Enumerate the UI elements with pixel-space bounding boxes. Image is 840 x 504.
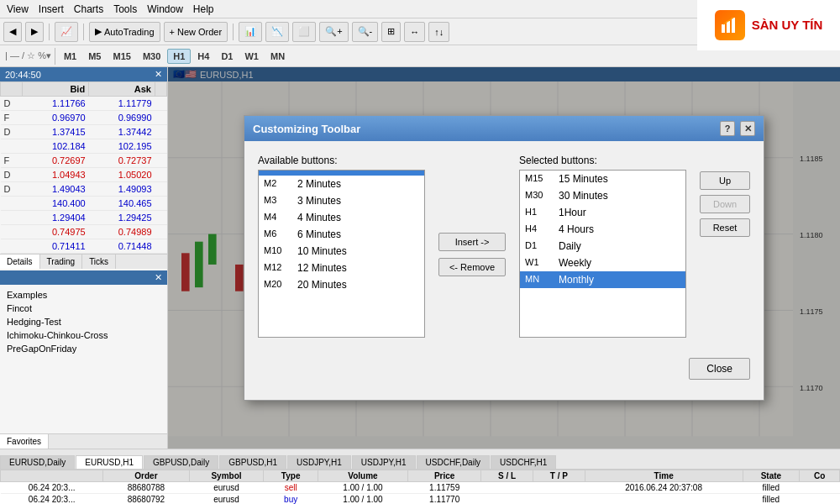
up-button[interactable]: Up	[700, 171, 750, 190]
down-button[interactable]: Down	[700, 195, 750, 213]
toolbar-indicators[interactable]: 📉	[265, 22, 289, 42]
market-ask: 1.49093	[89, 182, 155, 197]
bottom-tab[interactable]: EURUSD,H1	[76, 455, 143, 469]
col-tp: T / P	[533, 470, 585, 482]
selected-list-item[interactable]: M3030 Minutes	[520, 187, 685, 204]
col-scroll	[155, 82, 167, 97]
available-list-item[interactable]: M22 Minutes	[259, 176, 424, 192]
order-time: 2016.06.24 20:37:08	[585, 482, 743, 494]
available-list-item[interactable]: M33 Minutes	[259, 192, 424, 209]
market-row[interactable]: D 1.04943 1.05020	[1, 168, 167, 182]
market-row[interactable]: 0.71411 0.71448	[1, 239, 167, 254]
bottom-tab[interactable]: USDJPY,H1	[352, 455, 416, 469]
remove-button[interactable]: <- Remove	[438, 258, 506, 276]
toolbar-chart-type[interactable]: ⬜	[292, 22, 316, 42]
tf-m15[interactable]: M15	[108, 50, 135, 63]
autotrading-button[interactable]: ▶ AutoTrading	[89, 22, 160, 42]
menu-help[interactable]: Help	[193, 3, 214, 15]
toolbar-new-chart[interactable]: 📈	[55, 22, 78, 42]
item-name: 3 Minutes	[297, 195, 341, 207]
available-list-item[interactable]: M1010 Minutes	[259, 243, 424, 260]
nav-item[interactable]: PreGapOnFriday	[3, 342, 164, 355]
dialog-close-button[interactable]: ✕	[740, 121, 755, 136]
tf-m30[interactable]: M30	[138, 50, 165, 63]
toolbar-periods[interactable]: 📊	[239, 22, 262, 42]
close-dialog-button[interactable]: Close	[689, 358, 750, 380]
toolbar-fwd[interactable]: ▶	[25, 22, 44, 42]
menu-charts[interactable]: Charts	[74, 3, 103, 15]
tf-w1[interactable]: W1	[239, 50, 264, 63]
market-row[interactable]: 0.74975 0.74989	[1, 225, 167, 239]
tab-favorites[interactable]: Favorites	[0, 434, 49, 449]
order-row[interactable]: 06.24 20:3... 88680788 eurusd sell 1.00 …	[1, 482, 840, 494]
insert-button[interactable]: Insert ->	[438, 233, 506, 251]
nav-item[interactable]: Ichimoku-Chinkou-Cross	[3, 328, 164, 342]
available-list-item[interactable]: M1212 Minutes	[259, 260, 424, 276]
bottom-tab[interactable]: GBPUSD,H1	[219, 455, 286, 469]
nav-panel-close[interactable]: ✕	[155, 272, 162, 283]
toolbar-zoom-out[interactable]: 🔍-	[352, 22, 379, 42]
toolbar-zoom-in[interactable]: 🔍+	[319, 22, 348, 42]
market-bid: 140.400	[23, 197, 89, 211]
selected-list-item[interactable]: D1Daily	[520, 238, 685, 255]
order-row[interactable]: 06.24 20:3... 88680792 eurusd buy 1.00 /…	[1, 494, 840, 505]
tab-trading[interactable]: Trading	[40, 255, 83, 269]
chart-area: 🇪🇺🇺🇸 EURUSD,H1	[168, 67, 840, 449]
tf-mn[interactable]: MN	[265, 50, 290, 63]
dialog-help-button[interactable]: ?	[720, 121, 735, 136]
order-sl	[481, 482, 533, 494]
bottom-tab[interactable]: EURUSD,Daily	[0, 455, 75, 469]
available-list[interactable]: M22 MinutesM33 MinutesM44 MinutesM66 Min…	[258, 170, 425, 338]
brand-logo	[715, 10, 745, 40]
order-symbol: eurusd	[189, 494, 264, 505]
left-panel: 20:44:50 ✕ Bid Ask D 1.11766 1.11779 F 0…	[0, 67, 168, 449]
available-list-item[interactable]: M44 Minutes	[259, 209, 424, 226]
menu-tools[interactable]: Tools	[113, 3, 137, 15]
market-row[interactable]: 102.184 102.195	[1, 139, 167, 154]
menu-view[interactable]: View	[7, 3, 29, 15]
market-row[interactable]: F 0.96970 0.96990	[1, 111, 167, 125]
selected-list-item[interactable]: H11Hour	[520, 204, 685, 221]
market-row[interactable]: D 1.37415 1.37442	[1, 125, 167, 139]
svg-rect-0	[722, 24, 725, 33]
market-row[interactable]: 140.400 140.465	[1, 197, 167, 211]
selected-list-item[interactable]: H44 Hours	[520, 221, 685, 238]
selected-list-item[interactable]: W1Weekly	[520, 255, 685, 271]
selected-list-item[interactable]: M1515 Minutes	[520, 171, 685, 187]
market-watch-close[interactable]: ✕	[155, 69, 162, 80]
menu-insert[interactable]: Insert	[39, 3, 64, 15]
order-icon: +	[170, 27, 175, 37]
selected-list-item[interactable]: MNMonthly	[520, 271, 685, 288]
tf-h4[interactable]: H4	[192, 50, 214, 63]
selected-list[interactable]: M1515 MinutesM3030 MinutesH11HourH44 Hou…	[519, 170, 686, 338]
bottom-tab[interactable]: USDCHF,Daily	[417, 455, 491, 469]
customizing-toolbar-dialog: Customizing Toolbar ? ✕ Available button…	[244, 115, 764, 401]
market-row[interactable]: 1.29404 1.29425	[1, 211, 167, 225]
market-row[interactable]: F 0.72697 0.72737	[1, 154, 167, 168]
nav-item[interactable]: Fincot	[3, 302, 164, 315]
tf-d1[interactable]: D1	[216, 50, 238, 63]
nav-item[interactable]: Hedging-Test	[3, 315, 164, 328]
market-row[interactable]: D 1.11766 1.11779	[1, 97, 167, 111]
new-order-button[interactable]: + New Order	[164, 22, 228, 42]
menu-window[interactable]: Window	[147, 3, 183, 15]
toolbar-arrow[interactable]: ↑↓	[428, 22, 449, 42]
nav-item[interactable]: Examples	[3, 288, 164, 302]
order-type: sell	[264, 482, 318, 494]
bottom-tab[interactable]: USDCHF,H1	[491, 455, 556, 469]
available-list-item[interactable]: M2020 Minutes	[259, 276, 424, 293]
market-symbol: D	[1, 182, 23, 197]
bottom-tab[interactable]: USDJPY,H1	[287, 455, 351, 469]
toolbar-grid[interactable]: ⊞	[381, 22, 401, 42]
tf-m1[interactable]: M1	[59, 50, 81, 63]
reset-button[interactable]: Reset	[700, 218, 750, 237]
market-row[interactable]: D 1.49043 1.49093	[1, 182, 167, 197]
bottom-tab[interactable]: GBPUSD,Daily	[144, 455, 218, 469]
toolbar-scroll[interactable]: ↔	[404, 22, 425, 42]
available-list-item[interactable]: M66 Minutes	[259, 226, 424, 243]
tf-h1[interactable]: H1	[167, 49, 191, 64]
toolbar-back[interactable]: ◀	[3, 22, 22, 42]
tab-details[interactable]: Details	[0, 255, 40, 269]
tab-ticks[interactable]: Ticks	[82, 255, 116, 269]
tf-m5[interactable]: M5	[83, 50, 106, 63]
